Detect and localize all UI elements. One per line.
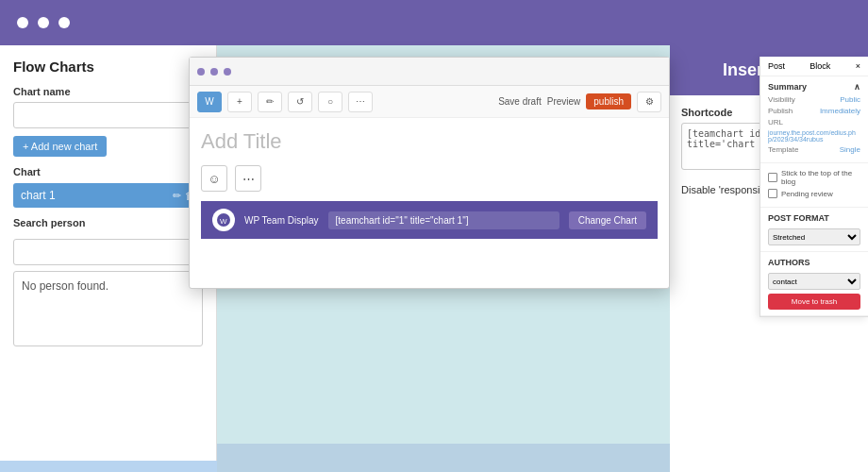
- move-to-trash-button[interactable]: Move to trash: [768, 294, 860, 310]
- wp-settings-icon[interactable]: ⚙: [637, 92, 661, 112]
- summary-header: Summary ∧: [768, 82, 860, 92]
- publish-button[interactable]: publish: [586, 93, 631, 110]
- pending-label: Pending review: [781, 190, 833, 198]
- wp-main: Add Title ☺ ⋯ W WP Team Display [teamcha…: [190, 118, 669, 288]
- url-value[interactable]: journey.the.post.com/edius.php/2029/34/3…: [768, 129, 860, 143]
- window-dot-3: [58, 17, 70, 28]
- window-dot-2: [38, 17, 49, 28]
- wp-editor: W + ✏ ↺ ○ ⋯ Save draft Preview publish ⚙…: [189, 57, 670, 289]
- wp-block-ellipsis[interactable]: ⋯: [235, 165, 261, 192]
- wordpress-icon: W: [216, 212, 231, 228]
- sidebar-bottom-bar: [0, 461, 217, 472]
- wp-tool-wp-icon[interactable]: W: [197, 92, 222, 112]
- wp-dot-1: [197, 68, 205, 76]
- wp-content: Add Title ☺ ⋯ W WP Team Display [teamcha…: [190, 118, 669, 288]
- stick-label: Stick to the top of the blog: [781, 169, 860, 186]
- pending-row: Pending review: [768, 189, 860, 198]
- shortcode-display: [teamchart id="1" title="chart 1"]: [328, 211, 559, 229]
- stick-row: Stick to the top of the blog: [768, 169, 860, 186]
- wp-block-tools: ☺ ⋯: [201, 165, 658, 192]
- wp-dot-3: [224, 68, 231, 76]
- window-dot-1: [17, 17, 28, 28]
- no-person-text: No person found.: [13, 271, 203, 346]
- save-draft-button[interactable]: Save draft: [498, 96, 542, 107]
- wp-block-smiley[interactable]: ☺: [201, 165, 227, 192]
- wp-tool-add[interactable]: +: [227, 92, 252, 112]
- wp-tool-circle[interactable]: ○: [318, 92, 342, 112]
- template-label: Template: [768, 145, 798, 154]
- chart-name-label: Chart name: [13, 86, 203, 97]
- edit-icon[interactable]: ✏: [173, 190, 181, 202]
- stick-checkbox[interactable]: [768, 173, 777, 182]
- chart-item[interactable]: chart 1 ✏ 🗑: [13, 183, 203, 208]
- wp-tool-undo[interactable]: ↺: [288, 92, 312, 112]
- visibility-label: Visibility: [768, 95, 795, 104]
- chart-item-label: chart 1: [21, 189, 56, 202]
- top-bar: [0, 0, 868, 45]
- pending-checkbox[interactable]: [768, 189, 777, 198]
- summary-chevron: ∧: [854, 82, 860, 92]
- options-section: Stick to the top of the blog Pending rev…: [760, 163, 868, 208]
- wp-tool-edit[interactable]: ✏: [258, 92, 282, 112]
- wp-toolbar: W + ✏ ↺ ○ ⋯ Save draft Preview publish ⚙: [190, 86, 669, 118]
- publish-label: Publish: [768, 107, 793, 115]
- plugin-label: WP Team Display: [244, 215, 319, 226]
- authors-header: AUTHORS: [768, 258, 860, 267]
- change-chart-button[interactable]: Change Chart: [569, 211, 646, 229]
- wp-editor-topbar: [190, 58, 669, 86]
- wp-dot-2: [210, 68, 218, 76]
- preview-button[interactable]: Preview: [547, 96, 581, 107]
- wp-rp-close[interactable]: ×: [856, 61, 860, 71]
- org-bottom-bar: [217, 444, 670, 472]
- url-label: URL: [768, 118, 783, 126]
- wp-plugin-icon: W: [212, 209, 235, 231]
- wp-tool-more[interactable]: ⋯: [348, 92, 373, 112]
- template-row: Template Single: [768, 145, 860, 154]
- post-format-header: POST FORMAT: [768, 213, 860, 223]
- chart-label: Chart: [13, 166, 203, 177]
- authors-select[interactable]: contact: [768, 273, 860, 290]
- sidebar: Flow Charts × Chart name + Add new chart…: [0, 45, 217, 472]
- add-new-chart-button[interactable]: + Add new chart: [13, 136, 107, 157]
- summary-section: Summary ∧ Visibility Public Publish Imme…: [760, 76, 868, 163]
- wp-shortcode-bar: W WP Team Display [teamchart id="1" titl…: [201, 201, 658, 239]
- search-label: Search person: [13, 217, 203, 228]
- url-row: URL: [768, 118, 860, 126]
- post-format-select[interactable]: Stretched: [768, 228, 860, 245]
- publish-row: Publish Immediately: [768, 107, 860, 115]
- sidebar-title: Flow Charts: [13, 59, 203, 75]
- authors-section: AUTHORS contact Move to trash: [760, 252, 868, 316]
- template-value[interactable]: Single: [840, 145, 860, 154]
- visibility-row: Visibility Public: [768, 95, 860, 104]
- wp-rp-header: Post Block ×: [760, 57, 868, 76]
- chart-name-input[interactable]: [13, 102, 203, 128]
- add-title-placeholder[interactable]: Add Title: [201, 129, 658, 154]
- publish-value[interactable]: Immediately: [820, 107, 860, 115]
- wp-rp-block-tab[interactable]: Block: [810, 61, 830, 71]
- visibility-value[interactable]: Public: [840, 95, 860, 104]
- wp-right-panel: Post Block × Summary ∧ Visibility Public…: [760, 57, 868, 317]
- search-input[interactable]: [13, 239, 203, 265]
- svg-text:W: W: [220, 217, 227, 226]
- wp-rp-post-tab[interactable]: Post: [768, 61, 785, 71]
- post-format-section: POST FORMAT Stretched: [760, 208, 868, 252]
